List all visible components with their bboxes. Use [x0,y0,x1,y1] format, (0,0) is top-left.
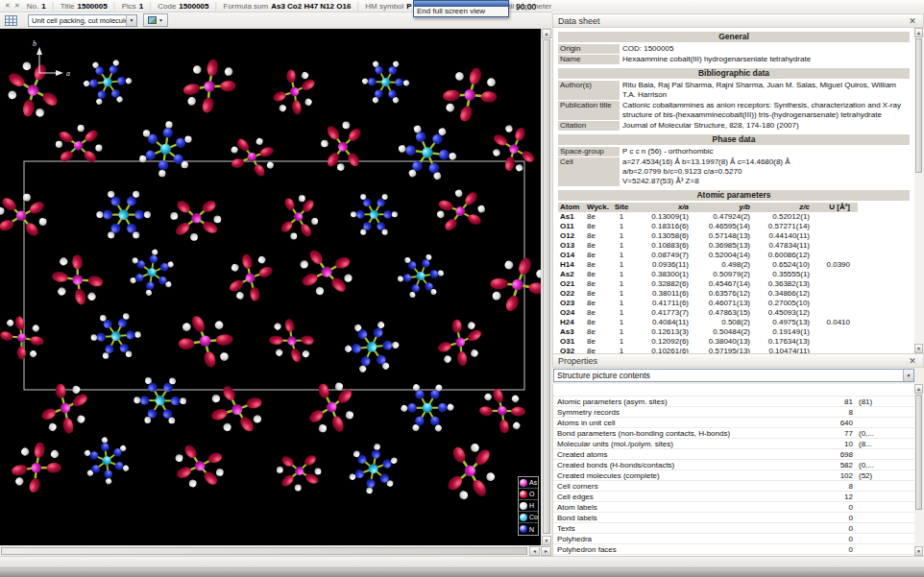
atomic-cell [810,270,852,279]
scroll-down-icon[interactable]: ▼ [914,546,923,556]
scroll-right-icon[interactable]: ► [541,546,551,556]
property-row[interactable]: Bond parameters (non-bonding contacts, H… [553,428,914,439]
atomic-row[interactable]: O218e10.32882(6)0.45467(14)0.36382(13) [558,279,858,289]
atomic-row[interactable]: O128e10.13058(6)0.57148(13)0.44140(11) [558,231,858,241]
property-extra [853,502,896,512]
scroll-up-icon[interactable]: ▲ [914,28,923,37]
section-header-general: General [558,32,910,42]
legend-item: O [519,489,538,500]
toolbar-close-icon-2[interactable]: ✕ [14,2,20,10]
canvas-vertical-scrollbar[interactable]: ▲ ▼ [541,29,551,545]
field-label: Citation [558,121,620,131]
atomic-cell: 8e [587,222,612,231]
close-icon[interactable]: ✕ [907,356,918,366]
atomic-cell: 1 [612,327,631,337]
scroll-down-icon[interactable]: ▼ [914,344,923,353]
properties-combo[interactable]: Structure picture contents ▼ [553,369,914,382]
co-atom-color-dot [520,514,527,521]
atomic-row[interactable]: H148e10.0936(11)0.498(2)0.6524(10)0.0390 [558,260,858,270]
atomic-row[interactable]: O318e10.12092(6)0.38040(13)0.17634(13) [558,337,858,347]
chevron-down-icon[interactable]: ▼ [158,17,163,23]
chevron-down-icon[interactable]: ▼ [126,15,136,26]
property-row[interactable]: Created molecules (complete)102(52) [553,470,914,481]
scroll-thumb[interactable] [543,39,550,534]
property-value: 0 [815,534,853,543]
toolbar-separator: │ [355,2,360,11]
scroll-thumb[interactable] [915,38,922,173]
atomic-row[interactable]: H248e10.4084(11)0.508(2)0.4975(13)0.0410 [558,318,858,327]
atomic-row[interactable]: As38e10.12613(3)0.50484(2)0.19149(1) [558,327,858,337]
property-row[interactable]: Symmetry records8 [553,407,914,418]
property-row[interactable]: Molecular units (mol./polym. sites)10(8.… [553,439,914,449]
structure-canvas[interactable]: b a AsOHCoN [0,29,541,545]
canvas-horizontal-scrollbar[interactable]: ◄ ► [0,545,551,556]
property-row[interactable]: Atomic parameters (asym. sites)81(81) [553,397,914,407]
property-row[interactable]: Polyhedra0 [553,534,914,544]
toolbar-close-icon[interactable]: ✕ [5,2,11,10]
atomic-cell: 0.57148(13) [689,231,750,241]
property-row[interactable]: Cell edges12 [553,492,914,502]
atomic-cell: As1 [558,212,587,222]
atomic-cell: 0.34866(12) [750,289,810,299]
atomic-row[interactable]: O148e10.08749(7)0.52004(14)0.60086(12) [558,251,858,260]
atomic-row[interactable]: O238e10.41711(6)0.46071(13)0.27005(10) [558,299,858,308]
picture-type-combo[interactable]: Unit cell packing, cut molecules ▼ [28,14,137,27]
atomic-cell: 0.46595(14) [689,222,750,231]
property-row[interactable]: Created atoms698 [553,449,914,460]
property-row[interactable]: Bond labels0 [553,513,914,523]
atomic-cell: H24 [558,318,587,327]
scroll-thumb[interactable] [915,395,922,510]
atomic-row[interactable]: O228e10.38011(6)0.63576(12)0.34866(12) [558,289,858,299]
atomic-cell: 1 [612,231,631,241]
atomic-row[interactable]: O328e10.10261(6)0.57195(13)0.10474(11) [558,347,858,353]
field-label: Author(s) [558,81,620,100]
property-row[interactable]: Created bonds (H-bonds/contacts)582(0,..… [553,460,914,470]
toolbar-separator: │ [214,2,219,11]
properties-header[interactable]: Properties ✕ [552,353,924,368]
datasheet-row: Cella=27.4534(16) Å b=13.1997(8) Å c=14.… [558,157,910,186]
scroll-down-icon[interactable]: ▼ [542,536,551,545]
atomic-row[interactable]: O138e10.10883(6)0.36985(13)0.47834(11) [558,241,858,251]
property-name: Cell edges [557,492,815,501]
property-row[interactable]: Texts0 [553,523,914,534]
property-name: Molecular units (mol./polym. sites) [557,439,815,448]
chevron-down-icon[interactable]: ▼ [903,370,913,381]
field-value: Ritu Bala, Raj Pal Sharma, Rajni Sharma,… [622,81,910,100]
property-row[interactable]: Polyhedron faces0 [553,544,914,555]
datasheet-row: CitationJournal of Molecular Structure, … [558,121,910,131]
field-label: Origin [558,44,620,54]
atomic-row[interactable]: As18e10.13009(1)0.47924(2)0.52012(1) [558,212,858,222]
scroll-up-icon[interactable]: ▲ [542,29,551,38]
atomic-row[interactable]: O248e10.41773(7)0.47863(15)0.45093(12) [558,308,858,318]
property-row[interactable]: Atom labels0 [553,502,914,513]
atomic-row[interactable]: As28e10.38300(1)0.50979(2)0.35555(1) [558,270,858,279]
table-icon[interactable] [5,15,17,26]
picture-button[interactable]: ▼ [143,13,168,27]
properties-list: Atomic parameters (asym. sites)81(81)Sym… [553,396,914,556]
scroll-left-icon[interactable]: ◄ [529,546,540,556]
atomic-cell: 0.10883(6) [631,241,689,251]
property-value: 0 [815,502,853,512]
property-row[interactable]: Atoms in unit cell640 [553,418,914,428]
atomic-row[interactable]: O118e10.18316(6)0.46595(14)0.57271(14) [558,222,858,231]
atomic-cell: 0.19149(1) [750,327,810,337]
property-extra: (0,... [853,460,896,469]
atomic-cell: 0.13058(6) [631,231,689,241]
atomic-cell: 1 [612,318,631,327]
atomic-cell: 1 [612,279,631,289]
atomic-table-header: AtomWyck.Sitex/ay/bz/cU [Å²] [558,203,858,212]
property-row[interactable]: Cell corners8 [553,481,914,492]
property-extra [853,449,896,459]
cell-angle-value: 90,00 [516,2,536,12]
datasheet-scrollbar[interactable]: ▲ ▼ [914,28,924,353]
properties-scrollbar[interactable]: ▲ ▼ [914,384,924,556]
datasheet-row: Publication titleCationic cobaltammines … [558,101,910,120]
scroll-up-icon[interactable]: ▲ [914,384,923,394]
datasheet-header[interactable]: Data sheet ✕ [552,13,924,28]
property-extra [853,544,896,554]
atomic-cell: 8e [587,231,612,241]
close-icon[interactable]: ✕ [907,16,918,26]
scroll-thumb[interactable] [1,547,527,555]
field-label: Name [558,55,620,64]
property-value: 582 [815,460,853,469]
